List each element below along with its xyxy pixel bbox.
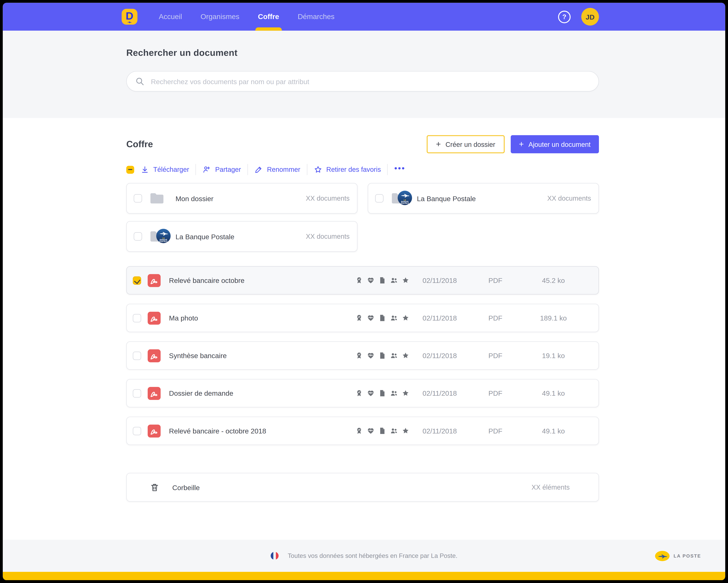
- document-size: 19.1 ko: [521, 352, 586, 360]
- document-checkbox[interactable]: [133, 314, 141, 322]
- folder-card[interactable]: Mon dossier XX documents: [126, 183, 358, 214]
- document-type: PDF: [470, 352, 521, 360]
- share-label: Partager: [215, 166, 241, 173]
- footer: Toutes vos données sont hébergées en Fra…: [3, 540, 725, 572]
- add-document-button[interactable]: + Ajouter un document: [511, 135, 599, 153]
- search-box: [126, 71, 599, 92]
- help-icon[interactable]: ?: [558, 10, 571, 23]
- document-name: Ma photo: [169, 314, 355, 322]
- folder-grid: Mon dossier XX documents LABANQUEPOSTALE…: [126, 183, 599, 252]
- folder-name: La Banque Postale: [176, 232, 234, 240]
- search-icon: [135, 77, 145, 86]
- la-poste-wordmark: LA POSTE: [674, 553, 701, 558]
- trash-count: XX éléments: [531, 484, 570, 491]
- top-navbar: D Accueil Organismes Coffre Démarches ? …: [3, 3, 725, 31]
- plus-icon: +: [436, 140, 441, 148]
- digiposte-logo[interactable]: D: [122, 9, 137, 25]
- folder-card[interactable]: LABANQUEPOSTALE La Banque Postale XX doc…: [126, 221, 358, 252]
- pdf-icon: [148, 387, 161, 400]
- document-icon: [378, 352, 386, 360]
- folder-count: XX documents: [547, 195, 591, 202]
- document-date: 02/11/2018: [410, 314, 470, 322]
- pdf-icon: [148, 349, 161, 362]
- folder-icon: LABANQUEPOSTALE: [391, 192, 407, 205]
- footer-text: Toutes vos données sont hébergées en Fra…: [288, 552, 457, 559]
- screenshot-frame: D Accueil Organismes Coffre Démarches ? …: [0, 0, 728, 583]
- more-actions-icon[interactable]: •••: [394, 164, 406, 173]
- unfavorite-label: Retirer des favoris: [326, 166, 381, 173]
- nav-item-organismes[interactable]: Organismes: [201, 3, 239, 31]
- document-type: PDF: [470, 314, 521, 322]
- document-row[interactable]: Synthèse bancaire 02/11/2018 PDF 19.1 ko: [126, 341, 599, 370]
- document-size: 189.1 ko: [521, 314, 586, 322]
- document-type: PDF: [470, 276, 521, 284]
- folder-checkbox[interactable]: [134, 232, 142, 241]
- share-action[interactable]: Partager: [203, 166, 241, 174]
- document-row[interactable]: Relevé bancaire octobre 02/11/2018 PDF 4…: [126, 266, 599, 295]
- svg-text:LA: LA: [404, 199, 406, 201]
- logo-letter: D: [126, 10, 133, 21]
- nav-item-accueil[interactable]: Accueil: [159, 3, 182, 31]
- la-poste-logo: LA POSTE: [654, 551, 701, 561]
- app-window: D Accueil Organismes Coffre Démarches ? …: [3, 3, 725, 580]
- pdf-icon: [148, 424, 161, 437]
- trash-row[interactable]: Corbeille XX éléments: [126, 473, 599, 502]
- document-name: Relevé bancaire octobre: [169, 276, 355, 284]
- folder-checkbox[interactable]: [134, 194, 142, 203]
- rename-action[interactable]: Renommer: [255, 166, 300, 174]
- download-label: Télécharger: [153, 166, 189, 173]
- document-checkbox[interactable]: [133, 351, 141, 360]
- document-size: 49.1 ko: [521, 427, 586, 435]
- rename-label: Renommer: [267, 166, 300, 173]
- bottom-yellow-bar: [3, 572, 725, 580]
- certified-icon: [355, 276, 363, 284]
- selection-toolbar: Télécharger Partager Renommer: [126, 164, 599, 175]
- plus-icon: +: [519, 140, 524, 148]
- search-input[interactable]: [150, 77, 590, 86]
- document-row[interactable]: Dossier de demande 02/11/2018 PDF 49.1 k…: [126, 379, 599, 407]
- certified-icon: [355, 314, 363, 322]
- document-row[interactable]: Relevé bancaire - octobre 2018 02/11/201…: [126, 416, 599, 445]
- page-title: Coffre: [126, 139, 153, 150]
- document-date: 02/11/2018: [410, 389, 470, 397]
- la-banque-postale-badge: LABANQUEPOSTALE: [156, 229, 171, 244]
- document-checkbox[interactable]: [133, 389, 141, 397]
- document-checkbox[interactable]: [133, 427, 141, 435]
- folder-icon: LABANQUEPOSTALE: [150, 229, 165, 244]
- document-type: PDF: [470, 389, 521, 397]
- add-document-label: Ajouter un document: [528, 141, 591, 148]
- favorite-icon: [401, 352, 410, 360]
- la-banque-postale-badge: LABANQUEPOSTALE: [397, 191, 412, 205]
- avatar[interactable]: JD: [581, 8, 599, 26]
- folder-card[interactable]: LABANQUEPOSTALE La Banque Postale XX doc…: [368, 183, 599, 214]
- favorite-icon: [401, 276, 410, 284]
- folder-name: Mon dossier: [176, 194, 213, 202]
- svg-text:POSTALE: POSTALE: [401, 202, 409, 204]
- download-action[interactable]: Télécharger: [141, 166, 189, 174]
- document-checkbox[interactable]: [133, 276, 141, 285]
- unfavorite-action[interactable]: Retirer des favoris: [314, 166, 381, 174]
- pdf-icon: [148, 311, 161, 324]
- shared-icon: [390, 314, 398, 322]
- download-icon: [141, 166, 149, 174]
- folder-count: XX documents: [306, 233, 350, 240]
- toolbar-divider: [248, 164, 248, 175]
- document-name: Dossier de demande: [169, 389, 355, 397]
- document-date: 02/11/2018: [410, 352, 470, 360]
- navbar-right: ? JD: [558, 8, 599, 26]
- document-icon: [378, 314, 386, 322]
- pdf-icon: [148, 274, 161, 287]
- folder-icon: [150, 192, 165, 205]
- document-row[interactable]: Ma photo 02/11/2018 PDF 189.1 ko: [126, 304, 599, 332]
- certified-icon: [355, 352, 363, 360]
- nav-item-demarches[interactable]: Démarches: [297, 3, 334, 31]
- footer-message: Toutes vos données sont hébergées en Fra…: [271, 552, 458, 560]
- nav-item-coffre[interactable]: Coffre: [258, 3, 279, 31]
- attribute-icons: [355, 314, 410, 322]
- trash-icon: [150, 482, 159, 492]
- create-folder-button[interactable]: + Créer un dossier: [427, 135, 504, 153]
- french-flag-icon: [271, 552, 279, 560]
- document-name: Relevé bancaire - octobre 2018: [169, 427, 355, 435]
- folder-checkbox[interactable]: [375, 194, 384, 203]
- select-all-checkbox[interactable]: [126, 166, 134, 174]
